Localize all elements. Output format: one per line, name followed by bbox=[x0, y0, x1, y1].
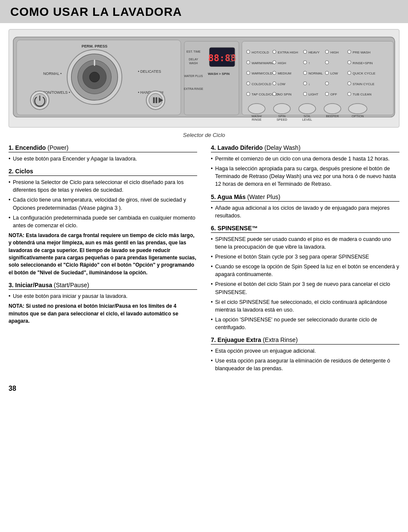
section-3-note: NOTA: Si usted no presiona el botón Inic… bbox=[9, 303, 197, 325]
svg-point-33 bbox=[246, 50, 250, 53]
svg-text:HIGH: HIGH bbox=[330, 51, 339, 54]
svg-text:EXTRA HIGH: EXTRA HIGH bbox=[278, 51, 298, 54]
list-item: Use este botón para iniciar y pausar la … bbox=[9, 292, 197, 300]
section-4-body: Permite el comienzo de un ciclo con una … bbox=[211, 155, 399, 188]
svg-point-68 bbox=[325, 82, 329, 85]
list-item: Añade agua adicional a los ciclos de lav… bbox=[211, 204, 399, 220]
section-enjuague-extra: 7. Enjuague Extra (Extra Rinse) Esta opc… bbox=[211, 336, 399, 372]
svg-text:OPTION: OPTION bbox=[352, 114, 364, 118]
svg-text:NO SPIN: NO SPIN bbox=[278, 92, 292, 96]
svg-point-62 bbox=[246, 82, 250, 85]
svg-text:SPIN: SPIN bbox=[278, 114, 286, 118]
svg-point-79 bbox=[348, 92, 351, 96]
svg-rect-17 bbox=[153, 97, 155, 103]
svg-text:MEDIUM: MEDIUM bbox=[278, 71, 291, 75]
svg-point-81 bbox=[248, 104, 265, 114]
svg-point-50 bbox=[348, 61, 351, 64]
svg-text:NORMAL •: NORMAL • bbox=[43, 71, 62, 76]
list-item: Cuando se escoge la opción de Spin Speed… bbox=[211, 263, 399, 278]
selector-ciclo-label: Selector de Ciclo bbox=[0, 132, 408, 138]
svg-point-54 bbox=[272, 71, 276, 74]
content-area: 1. Encendido (Power) Use este botón para… bbox=[0, 144, 408, 378]
section-4-title-bold: Lavado Diferido bbox=[218, 144, 263, 151]
section-3-title-bold: Iniciar/Pausa bbox=[15, 282, 52, 288]
left-column: 1. Encendido (Power) Use este botón para… bbox=[9, 144, 207, 378]
list-item: Cada ciclo tiene una temperatura, veloci… bbox=[9, 196, 197, 211]
list-item: SPINSENSE puede ser usado cuando el piso… bbox=[211, 235, 399, 251]
list-item: La configuración predeterminada puede se… bbox=[9, 214, 197, 229]
svg-point-35 bbox=[272, 50, 276, 53]
list-item: Si el ciclo SPINSENSE fue seleccionado, … bbox=[211, 298, 399, 314]
svg-text:LIGHT: LIGHT bbox=[308, 92, 318, 96]
washer-diagram-svg: PERM. PRESS NORMAL • • DELICATES COTTON/… bbox=[12, 34, 396, 125]
svg-point-52 bbox=[246, 71, 250, 74]
svg-point-69 bbox=[348, 82, 351, 85]
svg-text:↓: ↓ bbox=[308, 82, 310, 86]
svg-text:SOIL: SOIL bbox=[304, 114, 311, 118]
svg-text:HIGH: HIGH bbox=[278, 61, 286, 65]
section-6-body: SPINSENSE puede ser usado cuando el piso… bbox=[211, 235, 399, 331]
section-spinsense: 6. SPINSENSE™ SPINSENSE puede ser usado … bbox=[211, 225, 399, 331]
section-6-title: 6. SPINSENSE™ bbox=[211, 225, 399, 233]
section-agua-mas: 5. Agua Más (Water Plus) Añade agua adic… bbox=[211, 193, 399, 220]
svg-text:TUB CLEAN: TUB CLEAN bbox=[353, 92, 372, 96]
section-3-title-normal: (Start/Pause) bbox=[52, 282, 89, 288]
svg-text:WATER PLUS: WATER PLUS bbox=[184, 74, 203, 77]
section-2-title-bold: Ciclos bbox=[15, 168, 33, 175]
svg-text:EXTRA RINSE: EXTRA RINSE bbox=[184, 87, 204, 90]
svg-point-43 bbox=[246, 61, 250, 64]
svg-point-66 bbox=[303, 82, 307, 85]
section-1-title: 1. Encendido (Power) bbox=[9, 144, 197, 152]
section-7-title-normal: (Extra Rinse) bbox=[261, 336, 298, 343]
section-1-body: Use este botón para Encender y Apagar la… bbox=[9, 155, 197, 163]
right-column: 4. Lavado Diferido (Delay Wash) Permite … bbox=[207, 144, 399, 378]
svg-text:WASH: WASH bbox=[189, 62, 198, 65]
svg-point-90 bbox=[324, 104, 341, 114]
svg-text:DELAY: DELAY bbox=[189, 58, 198, 61]
page-number: 38 bbox=[0, 381, 408, 396]
section-7-number: 7. bbox=[211, 336, 218, 343]
section-1-title-normal: (Power) bbox=[46, 144, 68, 151]
svg-text:BEEPER: BEEPER bbox=[326, 114, 339, 118]
svg-text:HOT/COLD: HOT/COLD bbox=[251, 51, 269, 54]
svg-point-49 bbox=[325, 61, 329, 64]
svg-point-64 bbox=[272, 82, 276, 85]
svg-point-56 bbox=[303, 71, 307, 74]
svg-text:OFF: OFF bbox=[330, 92, 337, 96]
list-item: Esta opción provee un enjuague adicional… bbox=[211, 347, 399, 355]
svg-point-37 bbox=[303, 50, 307, 53]
section-7-body: Esta opción provee un enjuague adicional… bbox=[211, 347, 399, 372]
svg-point-41 bbox=[348, 50, 351, 53]
svg-text:STAIN CYCLE: STAIN CYCLE bbox=[353, 82, 375, 86]
section-5-body: Añade agua adicional a los ciclos de lav… bbox=[211, 204, 399, 220]
section-6-number: 6. bbox=[211, 225, 218, 232]
svg-text:SPEED: SPEED bbox=[277, 118, 287, 122]
list-item: Use esta opción para asegurar la elimina… bbox=[211, 357, 399, 372]
list-item: Use este botón para Encender y Apagar la… bbox=[9, 155, 197, 163]
svg-text:RINSE: RINSE bbox=[252, 118, 262, 122]
svg-text:EST. TIME: EST. TIME bbox=[186, 50, 201, 53]
svg-text:LOW: LOW bbox=[330, 71, 338, 75]
svg-text:↑: ↑ bbox=[308, 61, 310, 65]
section-2-number: 2. bbox=[9, 168, 15, 175]
svg-text:WARM/WARM: WARM/WARM bbox=[251, 61, 273, 65]
svg-point-58 bbox=[325, 71, 329, 74]
section-3-body: Use este botón para iniciar y pausar la … bbox=[9, 292, 197, 325]
section-7-title: 7. Enjuague Extra (Extra Rinse) bbox=[211, 336, 399, 345]
list-item: Presione la Selector de Ciclo para selec… bbox=[9, 178, 197, 194]
section-2-body: Presione la Selector de Ciclo para selec… bbox=[9, 178, 197, 276]
section-3-number: 3. bbox=[9, 282, 15, 288]
section-lavado-diferido: 4. Lavado Diferido (Delay Wash) Permite … bbox=[211, 144, 399, 188]
svg-text:WASH > SPIN: WASH > SPIN bbox=[208, 72, 230, 76]
svg-point-84 bbox=[273, 104, 290, 114]
svg-text:HEAVY: HEAVY bbox=[308, 51, 320, 54]
list-item: Permite el comienzo de un ciclo con una … bbox=[211, 155, 399, 163]
svg-rect-18 bbox=[156, 97, 157, 103]
svg-text:COLD/COLD: COLD/COLD bbox=[251, 82, 271, 86]
section-4-title-normal: (Delay Wash) bbox=[263, 144, 300, 151]
svg-text:PRE·WASH: PRE·WASH bbox=[353, 51, 371, 54]
page-title: COMO USAR LA LAVADORA bbox=[10, 5, 398, 19]
svg-text:PERM. PRESS: PERM. PRESS bbox=[82, 44, 108, 48]
svg-point-92 bbox=[349, 104, 367, 114]
section-5-title-normal: (Water Plus) bbox=[245, 193, 280, 200]
